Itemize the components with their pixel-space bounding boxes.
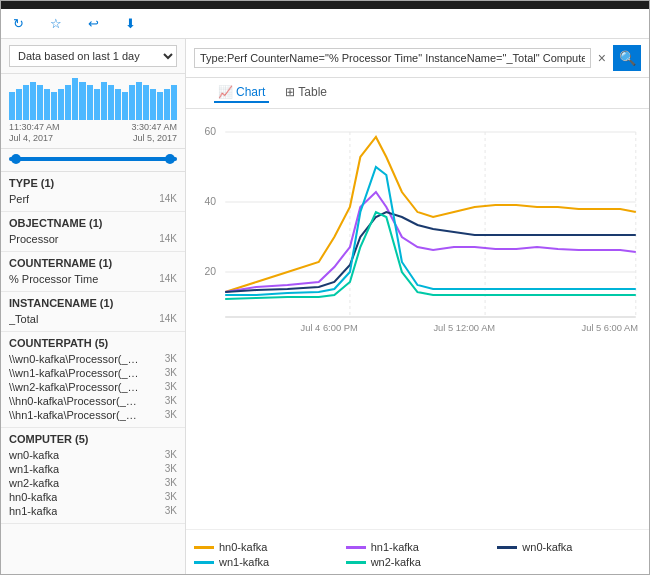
search-go-button[interactable]: 🔍 (613, 45, 641, 71)
facet-section-type: TYPE (1)Perf14K (1, 172, 185, 212)
facet-item-label: Perf (9, 193, 29, 205)
facet-item-count: 14K (159, 233, 177, 244)
undo-button[interactable]: ↩ (84, 14, 107, 33)
histogram-bar (87, 85, 93, 120)
legend-color-swatch (194, 561, 214, 564)
time-filter-section: Data based on last 1 day Last 12 hours L… (1, 39, 185, 74)
facet-item-label: wn0-kafka (9, 449, 59, 461)
refresh-button[interactable]: ↻ (9, 14, 32, 33)
histogram-bar (23, 85, 29, 120)
facet-section-objectname: OBJECTNAME (1)Processor14K (1, 212, 185, 252)
svg-text:Jul 5 6:00 AM: Jul 5 6:00 AM (582, 323, 639, 333)
facet-item[interactable]: hn1-kafka3K (9, 504, 177, 518)
export-button[interactable]: ⬇ (121, 14, 144, 33)
facet-item-label: % Processor Time (9, 273, 98, 285)
main-content: Data based on last 1 day Last 12 hours L… (1, 39, 649, 574)
facet-item-label: \\hn0-kafka\Processor(_Total)\% Processo… (9, 395, 139, 407)
legend-area: hn0-kafkahn1-kafkawn0-kafkawn1-kafkawn2-… (186, 529, 649, 574)
facet-item-label: wn1-kafka (9, 463, 59, 475)
facet-item[interactable]: \\hn0-kafka\Processor(_Total)\% Processo… (9, 394, 177, 408)
facet-item[interactable]: \\wn2-kafka\Processor(_Total)\% Processo… (9, 380, 177, 394)
slider-section (1, 149, 185, 172)
legend-items: hn0-kafkahn1-kafkawn0-kafkawn1-kafkawn2-… (194, 541, 641, 568)
facet-item-count: 3K (165, 367, 177, 378)
slider-thumb-left[interactable] (11, 154, 21, 164)
facet-item-count: 14K (159, 313, 177, 324)
search-input[interactable] (194, 48, 591, 68)
facet-item-label: \\wn2-kafka\Processor(_Total)\% Processo… (9, 381, 139, 393)
chart-area: 60 40 20 Jul 4 6:00 PM (186, 109, 649, 529)
histogram-bar (171, 85, 177, 120)
svg-text:40: 40 (204, 196, 216, 207)
facet-item-label: hn1-kafka (9, 505, 57, 517)
facet-item[interactable]: wn2-kafka3K (9, 476, 177, 490)
facet-item-label: Processor (9, 233, 59, 245)
refresh-icon: ↻ (13, 16, 24, 31)
legend-color-swatch (346, 546, 366, 549)
svg-text:Jul 5 12:00 AM: Jul 5 12:00 AM (433, 323, 495, 333)
facet-item[interactable]: \\hn1-kafka\Processor(_Total)\% Processo… (9, 408, 177, 422)
histogram-bar (37, 85, 43, 120)
legend-item-label: wn1-kafka (219, 556, 269, 568)
time-filter-select[interactable]: Data based on last 1 day Last 12 hours L… (9, 45, 177, 67)
legend-item[interactable]: wn2-kafka (346, 556, 490, 568)
saved-searches-button[interactable]: ☆ (46, 14, 70, 33)
line-chart: 60 40 20 Jul 4 6:00 PM (194, 117, 641, 337)
histogram-bar (108, 85, 114, 120)
facet-item-count: 3K (165, 449, 177, 460)
histogram-bar (44, 89, 50, 121)
right-panel: × 🔍 📈 Chart ⊞ Table (186, 39, 649, 574)
facet-item[interactable]: wn1-kafka3K (9, 462, 177, 476)
histogram-ts-left: 11:30:47 AM Jul 4, 2017 (9, 122, 60, 144)
facet-item-label: hn0-kafka (9, 491, 57, 503)
facet-item-label: _Total (9, 313, 38, 325)
facet-item-count: 14K (159, 273, 177, 284)
legend-item[interactable]: hn1-kafka (346, 541, 490, 553)
export-icon: ⬇ (125, 16, 136, 31)
facet-item-count: 3K (165, 409, 177, 420)
legend-item[interactable]: wn1-kafka (194, 556, 338, 568)
facet-item[interactable]: % Processor Time14K (9, 272, 177, 286)
histogram-bar (136, 82, 142, 121)
facet-item-count: 14K (159, 193, 177, 204)
facet-item[interactable]: \\wn0-kafka\Processor(_Total)\% Processo… (9, 352, 177, 366)
facet-item[interactable]: \\wn1-kafka\Processor(_Total)\% Processo… (9, 366, 177, 380)
facet-item[interactable]: hn0-kafka3K (9, 490, 177, 504)
title-bar (1, 1, 649, 9)
facet-item[interactable]: Processor14K (9, 232, 177, 246)
legend-color-swatch (346, 561, 366, 564)
tab-chart[interactable]: 📈 Chart (214, 83, 269, 103)
legend-color-swatch (194, 546, 214, 549)
search-icon: 🔍 (619, 50, 636, 66)
facet-section-computer: COMPUTER (5)wn0-kafka3Kwn1-kafka3Kwn2-ka… (1, 428, 185, 524)
legend-item-label: hn0-kafka (219, 541, 267, 553)
histogram-bar (16, 89, 22, 121)
facet-title: OBJECTNAME (1) (9, 217, 177, 229)
search-bar: × 🔍 (186, 39, 649, 78)
facet-item[interactable]: wn0-kafka3K (9, 448, 177, 462)
bookmark-icon: ☆ (50, 16, 62, 31)
histogram-bar (79, 82, 85, 121)
facet-item-count: 3K (165, 491, 177, 502)
legend-item[interactable]: wn0-kafka (497, 541, 641, 553)
facet-section-countername: COUNTERNAME (1)% Processor Time14K (1, 252, 185, 292)
legend-item-label: wn2-kafka (371, 556, 421, 568)
histogram-bar (143, 85, 149, 120)
svg-text:60: 60 (204, 126, 216, 137)
facet-item-count: 3K (165, 477, 177, 488)
slider-track[interactable] (9, 157, 177, 161)
facet-item-label: \\wn1-kafka\Processor(_Total)\% Processo… (9, 367, 139, 379)
legend-item[interactable]: hn0-kafka (194, 541, 338, 553)
histogram-bar (58, 89, 64, 121)
tab-table[interactable]: ⊞ Table (281, 83, 331, 103)
facet-item[interactable]: _Total14K (9, 312, 177, 326)
histogram-bar (30, 82, 36, 121)
facet-title: TYPE (1) (9, 177, 177, 189)
facet-section-instancename: INSTANCENAME (1)_Total14K (1, 292, 185, 332)
facet-section-counterpath: COUNTERPATH (5)\\wn0-kafka\Processor(_To… (1, 332, 185, 428)
facet-item[interactable]: Perf14K (9, 192, 177, 206)
facet-item-count: 3K (165, 353, 177, 364)
search-clear-button[interactable]: × (595, 50, 609, 66)
histogram-bars (9, 80, 177, 120)
slider-thumb-right[interactable] (165, 154, 175, 164)
